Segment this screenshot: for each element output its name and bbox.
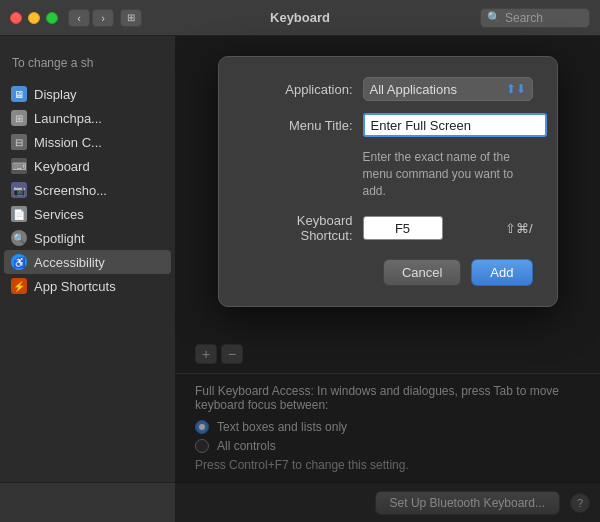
sidebar-item-keyboard[interactable]: ⌨ Keyboard xyxy=(0,154,175,178)
application-value: All Applications xyxy=(370,82,457,97)
sidebar-item-spotlight[interactable]: 🔍 Spotlight xyxy=(0,226,175,250)
sidebar-label-spotlight: Spotlight xyxy=(34,231,85,246)
cancel-button[interactable]: Cancel xyxy=(383,259,461,286)
sidebar-item-screenshot[interactable]: 📷 Screensho... xyxy=(0,178,175,202)
application-select[interactable]: All Applications ⬆⬇ xyxy=(363,77,533,101)
traffic-lights xyxy=(10,12,58,24)
right-panel: Application: All Applications ⬆⬇ Menu Ti… xyxy=(175,36,600,522)
modal-hint: Enter the exact name of the menu command… xyxy=(363,149,533,199)
appshortcuts-icon: ⚡ xyxy=(11,278,27,294)
window-title: Keyboard xyxy=(270,10,330,25)
sidebar-item-display[interactable]: 🖥 Display xyxy=(0,82,175,106)
keyboard-icon: ⌨ xyxy=(11,158,27,174)
sidebar-hint: To change a sh xyxy=(0,46,175,82)
menu-title-label: Menu Title: xyxy=(243,118,363,133)
modal-buttons: Cancel Add xyxy=(243,259,533,286)
sidebar-item-accessibility[interactable]: ♿ Accessibility xyxy=(4,250,171,274)
main-content: To change a sh 🖥 Display ⊞ Launchpa... ⊟… xyxy=(0,36,600,522)
keyboard-shortcut-row: Keyboard Shortcut: F5 ⇧⌘/ xyxy=(243,213,533,243)
select-arrow-icon: ⬆⬇ xyxy=(506,82,526,96)
nav-buttons: ‹ › xyxy=(68,9,114,27)
search-box[interactable]: 🔍 Search xyxy=(480,8,590,28)
forward-button[interactable]: › xyxy=(92,9,114,27)
search-input[interactable]: Search xyxy=(505,11,543,25)
shortcut-display: ⇧⌘/ xyxy=(505,221,533,236)
title-bar: ‹ › ⊞ Keyboard 🔍 Search xyxy=(0,0,600,36)
add-button[interactable]: Add xyxy=(471,259,532,286)
launchpad-icon: ⊞ xyxy=(11,110,27,126)
sidebar-label-launchpad: Launchpa... xyxy=(34,111,102,126)
sidebar-label-mission: Mission C... xyxy=(34,135,102,150)
accessibility-icon: ♿ xyxy=(11,254,27,270)
sidebar-item-launchpad[interactable]: ⊞ Launchpa... xyxy=(0,106,175,130)
sidebar-label-display: Display xyxy=(34,87,77,102)
mission-icon: ⊟ xyxy=(11,134,27,150)
back-button[interactable]: ‹ xyxy=(68,9,90,27)
keyboard-shortcut-label: Keyboard Shortcut: xyxy=(243,213,363,243)
display-icon: 🖥 xyxy=(11,86,27,102)
modal-overlay: Application: All Applications ⬆⬇ Menu Ti… xyxy=(175,36,600,522)
sidebar-item-mission[interactable]: ⊟ Mission C... xyxy=(0,130,175,154)
sidebar-label-appshortcuts: App Shortcuts xyxy=(34,279,116,294)
sidebar-item-services[interactable]: 📄 Services xyxy=(0,202,175,226)
application-label: Application: xyxy=(243,82,363,97)
application-row: Application: All Applications ⬆⬇ xyxy=(243,77,533,101)
services-icon: 📄 xyxy=(11,206,27,222)
add-shortcut-modal: Application: All Applications ⬆⬇ Menu Ti… xyxy=(218,56,558,307)
shortcut-value: F5 xyxy=(395,221,410,236)
sidebar: To change a sh 🖥 Display ⊞ Launchpa... ⊟… xyxy=(0,36,175,522)
spotlight-icon: 🔍 xyxy=(11,230,27,246)
close-button[interactable] xyxy=(10,12,22,24)
menu-title-input[interactable] xyxy=(363,113,547,137)
sidebar-label-keyboard: Keyboard xyxy=(34,159,90,174)
grid-view-button[interactable]: ⊞ xyxy=(120,9,142,27)
shortcut-input[interactable]: F5 xyxy=(363,216,443,240)
screenshot-icon: 📷 xyxy=(11,182,27,198)
sidebar-label-screenshot: Screensho... xyxy=(34,183,107,198)
search-icon: 🔍 xyxy=(487,11,501,24)
menu-title-row: Menu Title: xyxy=(243,113,533,137)
sidebar-label-accessibility: Accessibility xyxy=(34,255,105,270)
minimize-button[interactable] xyxy=(28,12,40,24)
sidebar-item-appshortcuts[interactable]: ⚡ App Shortcuts xyxy=(0,274,175,298)
sidebar-label-services: Services xyxy=(34,207,84,222)
maximize-button[interactable] xyxy=(46,12,58,24)
